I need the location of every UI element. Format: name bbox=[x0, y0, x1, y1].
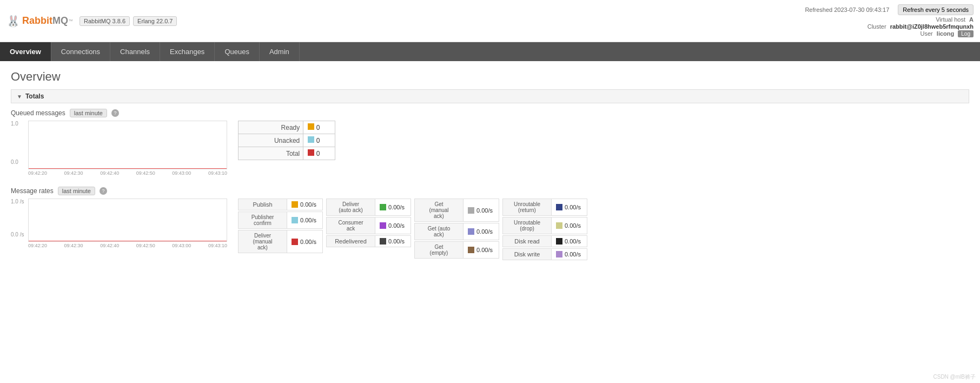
rates-y-bottom-label: 0.0 /s bbox=[11, 232, 27, 237]
nav-item-channels[interactable]: Channels bbox=[110, 42, 160, 61]
stat-ready-value: 0 bbox=[316, 124, 320, 131]
message-rates-section: Message rates last minute ? 1.0 /s 0.0 /… bbox=[11, 187, 969, 261]
rate-unroutable-return: Unroutable(return) 0.00/s bbox=[502, 199, 587, 216]
totals-section-header[interactable]: ▼ Totals bbox=[11, 89, 969, 103]
rx-label-6: 09:43:10 bbox=[208, 243, 227, 248]
queued-messages-section: Queued messages last minute ? 1.0 0.0 09… bbox=[11, 109, 969, 176]
message-rates-chart-area: 1.0 /s 0.0 /s 09:42:20 09:42:30 09:42:40… bbox=[11, 199, 969, 261]
message-rates-help-icon[interactable]: ? bbox=[100, 187, 107, 195]
rate-disk-read: Disk read 0.00/s bbox=[502, 235, 587, 247]
chart-y-axis: 1.0 0.0 bbox=[11, 121, 27, 165]
rate-consumer-ack-color bbox=[380, 222, 386, 229]
x-label-6: 09:43:10 bbox=[208, 170, 227, 176]
chart-bottom-line bbox=[29, 168, 227, 169]
header-top-row: Refreshed 2023-07-30 09:43:17 Refresh ev… bbox=[805, 4, 974, 15]
stat-ready-color bbox=[308, 123, 314, 130]
rates-col-2: Deliver(auto ack) 0.00/s Consumerack 0.0… bbox=[326, 199, 411, 248]
username: licong bbox=[937, 30, 954, 37]
virtual-host-value: A bbox=[969, 16, 974, 23]
stat-ready-value-cell: 0 bbox=[303, 121, 335, 134]
totals-section-title: Totals bbox=[25, 93, 44, 100]
rate-get-auto-value: 0.00/s bbox=[463, 226, 499, 237]
rate-get-manual-label: Get(manualack) bbox=[415, 199, 463, 221]
rates-grid: Publish 0.00/s Publisherconfirm 0.00/s bbox=[238, 199, 587, 261]
rate-publisher-confirm: Publisherconfirm 0.00/s bbox=[238, 212, 323, 229]
rx-label-2: 09:42:30 bbox=[64, 243, 83, 248]
logo-rabbit-text: Rabbit bbox=[22, 15, 52, 27]
rates-col-1: Publish 0.00/s Publisherconfirm 0.00/s bbox=[238, 199, 323, 254]
stat-ready-label: Ready bbox=[239, 121, 303, 134]
rate-deliver-manual-color bbox=[292, 239, 298, 245]
rate-consumer-ack-value: 0.00/s bbox=[375, 220, 410, 231]
refresh-button[interactable]: Refresh every 5 seconds bbox=[898, 4, 974, 15]
nav-item-overview[interactable]: Overview bbox=[0, 42, 51, 61]
rate-get-auto-color bbox=[468, 228, 474, 235]
user-label: User bbox=[921, 30, 933, 37]
y-top-label: 1.0 bbox=[11, 121, 27, 127]
rate-disk-write-value: 0.00/s bbox=[552, 249, 587, 260]
rate-disk-write-color bbox=[556, 251, 562, 257]
rate-disk-write-label: Disk write bbox=[503, 249, 552, 260]
cluster-name: rabbit@iZ0jl8hweb5rfmqunxh bbox=[890, 23, 974, 30]
x-label-4: 09:42:50 bbox=[136, 170, 155, 176]
rate-deliver-auto-label: Deliver(auto ack) bbox=[327, 199, 375, 215]
queued-messages-canvas bbox=[28, 121, 227, 169]
stat-ready-row: Ready 0 bbox=[239, 121, 335, 134]
nav-item-admin[interactable]: Admin bbox=[260, 42, 300, 61]
chart-x-axis: 09:42:20 09:42:30 09:42:40 09:42:50 09:4… bbox=[28, 170, 227, 176]
refreshed-timestamp: Refreshed 2023-07-30 09:43:17 bbox=[805, 6, 889, 13]
rate-get-auto: Get (autoack) 0.00/s bbox=[414, 223, 499, 240]
totals-arrow-icon: ▼ bbox=[17, 94, 22, 100]
rate-publish-label: Publish bbox=[239, 199, 287, 210]
rates-chart-bottom-line bbox=[29, 241, 227, 241]
main-content: Overview ▼ Totals Queued messages last m… bbox=[0, 61, 980, 281]
rate-get-manual-color bbox=[468, 207, 474, 214]
stat-total-color bbox=[308, 149, 314, 156]
rate-disk-write: Disk write 0.00/s bbox=[502, 248, 587, 260]
rate-deliver-auto: Deliver(auto ack) 0.00/s bbox=[326, 199, 411, 216]
rate-consumer-ack: Consumerack 0.00/s bbox=[326, 217, 411, 234]
rate-get-empty-color bbox=[468, 247, 474, 253]
virtual-host-row: Virtual host A bbox=[805, 16, 974, 23]
queued-messages-chart-area: 1.0 0.0 09:42:20 09:42:30 09:42:40 09:42… bbox=[11, 121, 969, 176]
message-rates-text: Message rates bbox=[11, 187, 54, 195]
rate-get-auto-label: Get (autoack) bbox=[415, 223, 463, 240]
stat-unacked-value-cell: 0 bbox=[303, 134, 335, 147]
nav-item-connections[interactable]: Connections bbox=[51, 42, 110, 61]
rate-redelivered: Redelivered 0.00/s bbox=[326, 235, 411, 247]
x-label-1: 09:42:20 bbox=[28, 170, 47, 176]
queued-messages-time-badge[interactable]: last minute bbox=[70, 109, 107, 117]
stat-unacked-color bbox=[308, 136, 314, 143]
rate-deliver-manual: Deliver(manualack) 0.00/s bbox=[238, 230, 323, 253]
rates-col-4: Unroutable(return) 0.00/s Unroutable(dro… bbox=[502, 199, 587, 261]
rx-label-5: 09:43:00 bbox=[172, 243, 191, 248]
rate-redelivered-value: 0.00/s bbox=[375, 236, 410, 247]
log-button[interactable]: Log bbox=[958, 30, 974, 37]
rate-get-empty-value: 0.00/s bbox=[463, 245, 499, 255]
rate-disk-read-value: 0.00/s bbox=[552, 236, 587, 247]
stat-total-row: Total 0 bbox=[239, 147, 335, 160]
cluster-label: Cluster bbox=[868, 23, 886, 30]
rate-get-manual-value: 0.00/s bbox=[463, 205, 499, 216]
rate-unroutable-drop-value: 0.00/s bbox=[552, 220, 587, 231]
rate-publisher-confirm-value: 0.00/s bbox=[287, 215, 322, 226]
rates-chart-x-axis: 09:42:20 09:42:30 09:42:40 09:42:50 09:4… bbox=[28, 243, 227, 248]
version-badge: RabbitMQ 3.8.6 bbox=[80, 16, 130, 26]
queued-messages-label: Queued messages last minute ? bbox=[11, 109, 969, 117]
page-title: Overview bbox=[11, 70, 969, 84]
rate-deliver-manual-label: Deliver(manualack) bbox=[239, 230, 287, 253]
message-rates-time-badge[interactable]: last minute bbox=[58, 187, 95, 195]
rate-publish: Publish 0.00/s bbox=[238, 199, 323, 210]
logo-area: 🐰 RabbitMQ™ RabbitMQ 3.8.6 Erlang 22.0.7 bbox=[6, 15, 180, 28]
nav-item-queues[interactable]: Queues bbox=[215, 42, 260, 61]
rate-deliver-auto-color bbox=[380, 204, 386, 210]
rate-unroutable-drop: Unroutable(drop) 0.00/s bbox=[502, 217, 587, 234]
rate-deliver-manual-value: 0.00/s bbox=[287, 236, 322, 247]
rate-unroutable-return-color bbox=[556, 204, 562, 210]
rates-y-top-label: 1.0 /s bbox=[11, 199, 27, 204]
header-right: Refreshed 2023-07-30 09:43:17 Refresh ev… bbox=[805, 4, 974, 37]
rabbitmq-logo-icon: 🐰 bbox=[6, 15, 20, 28]
queued-messages-chart-box: 1.0 0.0 09:42:20 09:42:30 09:42:40 09:42… bbox=[11, 121, 227, 176]
nav-item-exchanges[interactable]: Exchanges bbox=[160, 42, 215, 61]
queued-messages-help-icon[interactable]: ? bbox=[111, 109, 119, 117]
